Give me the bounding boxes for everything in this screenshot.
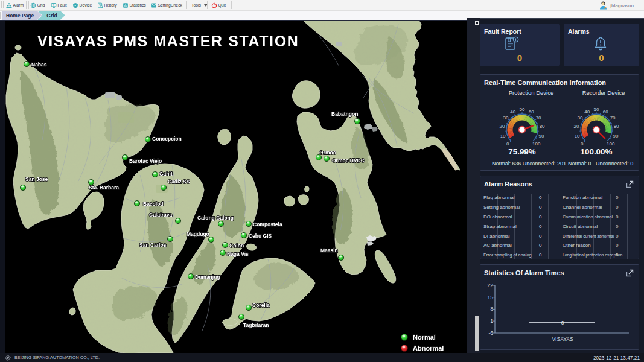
svg-text:22: 22 [488, 282, 494, 288]
svg-text:Barotac Viejo: Barotac Viejo [129, 158, 162, 164]
svg-text:100: 100 [532, 141, 541, 147]
svg-text:Naga Vis: Naga Vis [227, 251, 249, 257]
svg-text:30: 30 [577, 115, 582, 121]
svg-text:Babatngon: Babatngon [331, 111, 358, 117]
svg-text:VISAYAS PMS MASTER STATION: VISAYAS PMS MASTER STATION [37, 33, 299, 49]
svg-text:Cebu GIS: Cebu GIS [249, 233, 272, 239]
svg-text:Normal: Normal [413, 334, 436, 341]
svg-text:20: 20 [573, 124, 579, 129]
svg-text:0: 0 [581, 141, 584, 147]
svg-text:50: 50 [594, 107, 599, 112]
svg-text:0: 0 [561, 320, 564, 326]
svg-text:10: 10 [500, 133, 506, 139]
svg-text:80: 80 [540, 124, 545, 129]
svg-text:20: 20 [499, 124, 505, 129]
svg-text:10: 10 [575, 133, 580, 139]
svg-text:Normal: 0: Normal: 0 [568, 160, 591, 167]
svg-text:80: 80 [614, 124, 619, 129]
svg-text:Calatrava: Calatrava [149, 212, 173, 218]
svg-text:San Carlos: San Carlos [139, 242, 167, 248]
svg-text:Magdugo: Magdugo [187, 231, 209, 237]
svg-text:Ormoc HVDC: Ormoc HVDC [332, 157, 365, 164]
svg-text:San Jose: San Jose [25, 176, 48, 182]
svg-text:90: 90 [538, 133, 544, 139]
svg-text:40: 40 [584, 109, 590, 115]
svg-text:30: 30 [503, 115, 508, 121]
svg-text:Colon: Colon [229, 243, 244, 249]
svg-text:90: 90 [613, 133, 618, 139]
svg-text:Gahit: Gahit [159, 171, 173, 177]
svg-text:Cadiz SS: Cadiz SS [168, 179, 190, 185]
svg-text:Protection Device: Protection Device [509, 89, 553, 96]
svg-text:Unconnected: 0: Unconnected: 0 [596, 160, 633, 167]
svg-text:50: 50 [520, 107, 525, 112]
svg-text:75.99%: 75.99% [508, 147, 536, 156]
svg-text:0: 0 [506, 141, 509, 147]
svg-text:VISAYAS: VISAYAS [552, 336, 573, 342]
svg-text:Ormoc: Ormoc [319, 150, 336, 156]
svg-text:Nabas: Nabas [31, 62, 47, 68]
svg-text:70: 70 [610, 115, 616, 121]
svg-text:Dumanjug: Dumanjug [195, 274, 220, 280]
svg-text:Sta. Barbara: Sta. Barbara [89, 185, 119, 191]
svg-text:15: 15 [488, 294, 494, 300]
svg-text:60: 60 [529, 109, 534, 115]
svg-text:Calong Calong: Calong Calong [197, 215, 234, 221]
svg-text:100.00%: 100.00% [581, 147, 613, 156]
svg-text:40: 40 [510, 109, 515, 115]
svg-text:60: 60 [603, 109, 608, 115]
svg-text:Corella: Corella [252, 302, 270, 308]
svg-text:Abnormal: Abnormal [413, 345, 444, 352]
svg-text:70: 70 [536, 115, 541, 121]
svg-text:Maasin: Maasin [320, 247, 338, 253]
svg-text:Compostela: Compostela [253, 221, 282, 227]
svg-text:Tagbilaran: Tagbilaran [243, 322, 269, 328]
svg-text:100: 100 [607, 141, 615, 147]
svg-text:Bacolod: Bacolod [143, 201, 164, 207]
svg-text:Normal: 636 Unconnected: 201: Normal: 636 Unconnected: 201 [492, 160, 566, 167]
svg-text:Concepcion: Concepcion [152, 136, 182, 142]
svg-text:Recorder Device: Recorder Device [582, 89, 625, 96]
